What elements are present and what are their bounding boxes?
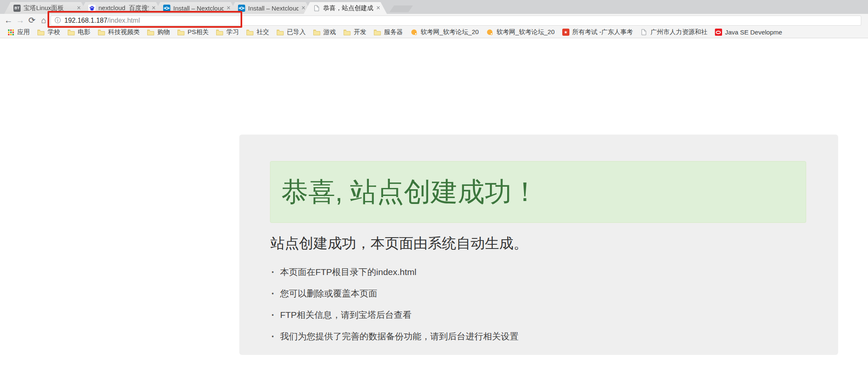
bookmark-label: 游戏 bbox=[323, 28, 336, 36]
tab-title: 宝塔Linux面板 bbox=[24, 4, 74, 12]
tab-strip: BT 宝塔Linux面板 × nextcloud_百度搜索 × Instal bbox=[0, 0, 868, 14]
bookmark-label: 软考网_软考论坛_20 bbox=[421, 28, 479, 36]
bookmark-label: 应用 bbox=[17, 28, 30, 36]
apps-grid-icon bbox=[7, 29, 14, 36]
bookmark-exams[interactable]: ★ 所有考试 -广东人事考 bbox=[558, 28, 637, 36]
tab-title: Install – Nextcloud bbox=[173, 5, 224, 12]
bookmark-folder-movies[interactable]: 电影 bbox=[64, 28, 94, 36]
folder-icon bbox=[313, 29, 320, 36]
folder-icon bbox=[344, 29, 351, 36]
banner-title: 恭喜, 站点创建成功！ bbox=[281, 174, 539, 210]
address-bar[interactable]: ⓘ 192.168.1.187/index.html bbox=[50, 16, 861, 26]
page-info-icon[interactable]: ⓘ bbox=[55, 17, 61, 24]
tab-title: 恭喜，站点创建成功！ bbox=[323, 4, 373, 12]
bookmark-label: PS相关 bbox=[188, 28, 209, 36]
back-icon[interactable]: ← bbox=[3, 14, 14, 26]
nextcloud-favicon bbox=[163, 5, 170, 12]
bookmark-label: 学习 bbox=[226, 28, 239, 36]
bookmark-label: Java SE Developme bbox=[725, 29, 782, 36]
bookmark-label: 广州市人力资源和社 bbox=[651, 28, 707, 36]
url-path: /index.html bbox=[107, 17, 140, 24]
baota-favicon: BT bbox=[13, 5, 21, 12]
toolbar: ← → ⟳ ⌂ ⓘ 192.168.1.187/index.html bbox=[0, 14, 868, 26]
tab-baidu-search[interactable]: nextcloud_百度搜索 × bbox=[79, 2, 162, 14]
folder-icon bbox=[37, 29, 45, 36]
folder-icon bbox=[277, 29, 284, 36]
success-banner: 恭喜, 站点创建成功！ bbox=[270, 161, 806, 223]
bookmark-folder-server[interactable]: 服务器 bbox=[370, 28, 407, 36]
folder-icon bbox=[374, 29, 381, 36]
star-favicon: ★ bbox=[562, 29, 569, 36]
oracle-favicon bbox=[715, 29, 722, 36]
page-favicon bbox=[640, 29, 648, 36]
close-icon[interactable]: × bbox=[77, 5, 81, 11]
bookmark-label: 购物 bbox=[157, 28, 170, 36]
folder-icon bbox=[147, 29, 154, 36]
close-icon[interactable]: × bbox=[227, 5, 230, 11]
bookmark-ruankao-1[interactable]: 软考网_软考论坛_20 bbox=[407, 28, 482, 36]
folder-icon bbox=[216, 29, 223, 36]
bookmark-label: 软考网_软考论坛_20 bbox=[496, 28, 554, 36]
bookmark-label: 科技视频类 bbox=[108, 28, 140, 36]
tab-install-nextcloud-2[interactable]: Install – Nextcloud × bbox=[229, 2, 312, 14]
home-icon[interactable]: ⌂ bbox=[38, 14, 50, 26]
bookmark-folder-dev[interactable]: 开发 bbox=[340, 28, 370, 36]
close-icon[interactable]: × bbox=[376, 5, 380, 11]
bookmark-folder-ps[interactable]: PS相关 bbox=[174, 28, 212, 36]
tab-install-nextcloud-1[interactable]: Install – Nextcloud × bbox=[154, 2, 237, 14]
new-tab-button[interactable] bbox=[389, 5, 413, 12]
folder-icon bbox=[177, 29, 185, 36]
bookmark-label: 学校 bbox=[48, 28, 60, 36]
bookmark-ruankao-2[interactable]: 软考网_软考论坛_20 bbox=[482, 28, 558, 36]
list-item: 本页面在FTP根目录下的index.html bbox=[272, 266, 838, 278]
success-card: 恭喜, 站点创建成功！ 站点创建成功，本页面由系统自动生成。 本页面在FTP根目… bbox=[239, 135, 838, 355]
bookmarks-bar: 应用 学校 电影 科技视频类 购物 PS相关 学习 社交 bbox=[0, 26, 868, 38]
info-list: 本页面在FTP根目录下的index.html 您可以删除或覆盖本页面 FTP相关… bbox=[272, 266, 838, 342]
close-icon[interactable]: × bbox=[152, 5, 156, 11]
ruankao-favicon bbox=[410, 29, 418, 36]
bookmark-folder-social[interactable]: 社交 bbox=[243, 28, 273, 36]
bookmark-folder-tech-video[interactable]: 科技视频类 bbox=[94, 28, 143, 36]
url-host: 192.168.1.187 bbox=[64, 17, 107, 24]
page-content: 恭喜, 站点创建成功！ 站点创建成功，本页面由系统自动生成。 本页面在FTP根目… bbox=[0, 39, 868, 373]
tab-baota-panel[interactable]: BT 宝塔Linux面板 × bbox=[4, 2, 87, 14]
ruankao-favicon bbox=[486, 29, 493, 36]
bookmark-label: 社交 bbox=[257, 28, 269, 36]
bookmark-guangzhou-hr[interactable]: 广州市人力资源和社 bbox=[637, 28, 711, 36]
close-icon[interactable]: × bbox=[302, 5, 305, 11]
tab-site-created[interactable]: 恭喜，站点创建成功！ × bbox=[304, 2, 387, 14]
folder-icon bbox=[246, 29, 254, 36]
reload-icon[interactable]: ⟳ bbox=[26, 14, 38, 26]
bookmark-folder-study[interactable]: 学习 bbox=[212, 28, 243, 36]
bookmark-apps[interactable]: 应用 bbox=[3, 28, 34, 36]
page-subtitle: 站点创建成功，本页面由系统自动生成。 bbox=[270, 234, 838, 253]
bookmark-folder-shopping[interactable]: 购物 bbox=[143, 28, 174, 36]
tab-title: Install – Nextcloud bbox=[248, 5, 299, 12]
folder-icon bbox=[68, 29, 75, 36]
tab-title: nextcloud_百度搜索 bbox=[98, 4, 149, 12]
bookmark-label: 所有考试 -广东人事考 bbox=[572, 28, 633, 36]
bookmark-label: 开发 bbox=[354, 28, 366, 36]
baidu-favicon bbox=[88, 5, 95, 12]
page-favicon bbox=[313, 5, 320, 12]
bookmark-java-se[interactable]: Java SE Developme bbox=[711, 29, 786, 36]
bookmark-folder-imported[interactable]: 已导入 bbox=[273, 28, 310, 36]
forward-icon[interactable]: → bbox=[14, 14, 26, 26]
browser-window: BT 宝塔Linux面板 × nextcloud_百度搜索 × Instal bbox=[0, 0, 868, 373]
bookmark-label: 已导入 bbox=[287, 28, 306, 36]
bookmark-folder-games[interactable]: 游戏 bbox=[310, 28, 340, 36]
folder-icon bbox=[98, 29, 105, 36]
bookmark-label: 服务器 bbox=[384, 28, 403, 36]
bookmark-label: 电影 bbox=[78, 28, 90, 36]
list-item: 您可以删除或覆盖本页面 bbox=[272, 288, 838, 299]
list-item: 我们为您提供了完善的数据备份功能，请到后台进行相关设置 bbox=[272, 331, 838, 342]
nextcloud-favicon bbox=[238, 5, 245, 12]
list-item: FTP相关信息，请到宝塔后台查看 bbox=[272, 309, 838, 321]
bookmark-folder-school[interactable]: 学校 bbox=[34, 28, 64, 36]
